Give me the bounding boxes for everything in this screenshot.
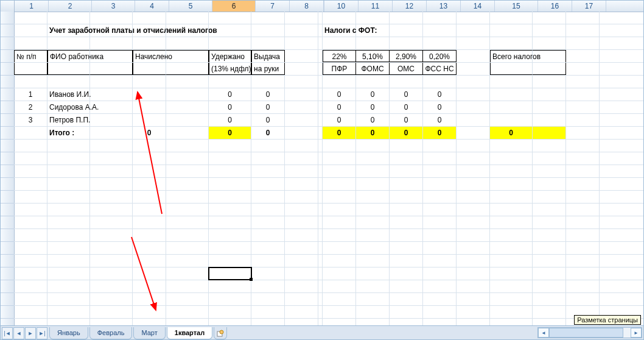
cell[interactable] (47, 191, 90, 203)
cell[interactable] (14, 152, 47, 165)
cell[interactable] (566, 114, 600, 126)
cell[interactable] (490, 63, 533, 75)
cell[interactable] (457, 101, 490, 113)
cell[interactable]: ФИО работника (47, 50, 90, 62)
row-header-22[interactable] (1, 280, 14, 293)
cell[interactable] (285, 88, 318, 101)
cell[interactable]: 2 (14, 101, 47, 113)
cell[interactable] (209, 24, 251, 37)
cell[interactable] (356, 140, 390, 152)
horizontal-scrollbar[interactable]: ◄ ► (537, 327, 642, 338)
cell[interactable] (323, 267, 356, 280)
col-header-10[interactable]: 10 (324, 1, 359, 12)
cell[interactable]: 0 (423, 114, 457, 126)
cell[interactable] (285, 127, 318, 139)
cell[interactable] (251, 165, 285, 177)
cell[interactable] (90, 50, 133, 62)
cell[interactable] (323, 280, 356, 292)
cell[interactable] (251, 140, 285, 152)
cell[interactable] (457, 127, 490, 139)
cell[interactable] (390, 178, 423, 190)
cell[interactable] (209, 242, 251, 254)
cell[interactable] (90, 267, 133, 280)
cell[interactable] (166, 140, 209, 152)
cell[interactable] (356, 165, 390, 177)
cell[interactable] (14, 216, 47, 228)
cell[interactable] (209, 229, 251, 241)
cell[interactable] (285, 242, 318, 254)
col-header-2[interactable]: 2 (49, 1, 92, 12)
cell[interactable] (251, 204, 285, 216)
cell[interactable]: 0 (209, 114, 251, 126)
cell[interactable] (566, 242, 600, 254)
cell[interactable] (47, 178, 90, 190)
cell[interactable] (390, 216, 423, 228)
cell[interactable] (490, 12, 533, 24)
cell[interactable] (356, 306, 390, 318)
cell[interactable] (318, 140, 323, 152)
col-header-8[interactable]: 8 (290, 1, 324, 12)
scroll-track[interactable] (549, 328, 631, 338)
cell[interactable] (209, 191, 251, 203)
cell[interactable] (390, 152, 423, 165)
cell[interactable] (323, 165, 356, 177)
cell[interactable]: 0 (423, 127, 457, 139)
cell[interactable]: 0 (490, 127, 533, 139)
cell[interactable] (318, 127, 323, 139)
cell[interactable] (423, 255, 457, 267)
cell[interactable] (457, 267, 490, 280)
cell[interactable] (133, 191, 166, 203)
col-header-7[interactable]: 7 (256, 1, 290, 12)
cell[interactable] (47, 229, 90, 241)
cell[interactable] (323, 216, 356, 228)
cell[interactable]: 0 (133, 127, 166, 139)
cell[interactable] (566, 24, 600, 37)
cell[interactable] (323, 76, 356, 88)
cell[interactable] (285, 63, 318, 75)
cell[interactable] (133, 293, 166, 305)
cell[interactable] (166, 165, 209, 177)
cell[interactable] (47, 140, 90, 152)
cell[interactable] (457, 178, 490, 190)
cell[interactable] (356, 255, 390, 267)
cell[interactable] (14, 24, 47, 37)
cell[interactable] (356, 12, 390, 24)
cell[interactable]: Сидорова А.А. (47, 101, 90, 113)
cell[interactable] (533, 178, 566, 190)
cell[interactable] (251, 216, 285, 228)
cell[interactable] (533, 12, 566, 24)
cell[interactable] (356, 37, 390, 49)
cell[interactable]: (13% ндфл) (209, 63, 251, 75)
cell[interactable]: 0 (209, 88, 251, 101)
cell[interactable] (14, 229, 47, 241)
cell[interactable] (251, 293, 285, 305)
cell[interactable] (356, 204, 390, 216)
cell[interactable] (390, 191, 423, 203)
cell[interactable] (390, 293, 423, 305)
cell[interactable] (285, 101, 318, 113)
cell[interactable] (285, 267, 318, 280)
cell[interactable] (318, 280, 323, 292)
cell[interactable] (457, 306, 490, 318)
cell[interactable] (133, 88, 166, 101)
cell[interactable] (318, 229, 323, 241)
cell[interactable] (166, 88, 209, 101)
cell[interactable] (133, 37, 166, 49)
cell[interactable] (318, 114, 323, 126)
cell[interactable]: ОМС (390, 63, 423, 75)
cell[interactable] (457, 229, 490, 241)
cell[interactable] (356, 216, 390, 228)
cell[interactable] (251, 152, 285, 165)
cell[interactable] (318, 101, 323, 113)
cell[interactable] (566, 216, 600, 228)
cell[interactable] (14, 255, 47, 267)
cell[interactable] (285, 114, 318, 126)
cell[interactable] (490, 204, 533, 216)
cell[interactable] (390, 37, 423, 49)
cell[interactable] (14, 165, 47, 177)
cell[interactable] (251, 267, 285, 280)
cell[interactable] (423, 242, 457, 254)
cell[interactable] (133, 204, 166, 216)
cell[interactable] (533, 24, 566, 37)
cell[interactable] (356, 178, 390, 190)
